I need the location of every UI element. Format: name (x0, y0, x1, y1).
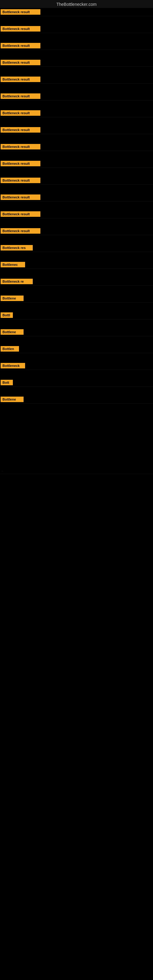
bottleneck-badge-17: Bottleneck re (1, 279, 33, 284)
bottleneck-item-14[interactable]: Bottleneck result (0, 227, 153, 235)
item-spacer-7 (0, 117, 153, 126)
item-spacer-16 (0, 269, 153, 277)
items-list: Bottleneck resultBottleneck resultBottle… (0, 8, 153, 412)
bottleneck-item-6[interactable]: Bottleneck result (0, 92, 153, 100)
spacer-3 (0, 449, 153, 467)
item-spacer-18 (0, 302, 153, 311)
spacer-8 (0, 547, 153, 566)
bottleneck-item-21[interactable]: Bottlen (0, 345, 153, 353)
item-spacer-1 (0, 16, 153, 25)
bottleneck-badge-11: Bottleneck result (1, 178, 40, 183)
bottleneck-item-24[interactable]: Bottlene (0, 395, 153, 404)
bottleneck-badge-24: Bottlene (1, 396, 24, 402)
item-spacer-23 (0, 387, 153, 395)
bottleneck-badge-16: Bottlenec (1, 262, 25, 267)
bottleneck-item-18[interactable]: Bottlene (0, 294, 153, 302)
spacer-5 (0, 492, 153, 511)
bottleneck-badge-5: Bottleneck result (1, 76, 40, 82)
bottleneck-badge-7: Bottleneck result (1, 110, 40, 116)
bottleneck-item-22[interactable]: Bottleneck (0, 362, 153, 370)
bottleneck-badge-18: Bottlene (1, 296, 24, 301)
bottleneck-badge-4: Bottleneck result (1, 60, 40, 65)
item-spacer-12 (0, 202, 153, 210)
bottleneck-badge-10: Bottleneck result (1, 161, 40, 166)
item-spacer-5 (0, 84, 153, 92)
footer-dot: ... (1, 469, 4, 473)
item-spacer-22 (0, 370, 153, 379)
bottleneck-item-5[interactable]: Bottleneck result (0, 75, 153, 84)
bottleneck-item-12[interactable]: Bottleneck result (0, 193, 153, 202)
bottleneck-badge-15: Bottleneck res (1, 245, 33, 250)
bottleneck-item-20[interactable]: Bottlene (0, 328, 153, 336)
bottleneck-item-15[interactable]: Bottleneck res (0, 244, 153, 252)
bottleneck-badge-2: Bottleneck result (1, 26, 40, 32)
item-spacer-20 (0, 336, 153, 345)
spacer-7 (0, 529, 153, 547)
bottleneck-item-9[interactable]: Bottleneck result (0, 143, 153, 151)
bottleneck-badge-19: Bottl (1, 312, 13, 318)
footer-item: ... (0, 467, 153, 474)
spacer-4 (0, 474, 153, 492)
bottleneck-badge-20: Bottlene (1, 329, 24, 335)
bottleneck-item-16[interactable]: Bottlenec (0, 261, 153, 269)
item-spacer-19 (0, 320, 153, 328)
spacer-1 (0, 412, 153, 431)
bottleneck-item-1[interactable]: Bottleneck result (0, 8, 153, 16)
bottleneck-badge-13: Bottleneck result (1, 211, 40, 217)
item-spacer-8 (0, 134, 153, 143)
site-header: TheBottlenecker.com (0, 0, 153, 8)
item-spacer-14 (0, 235, 153, 244)
item-spacer-13 (0, 218, 153, 227)
bottleneck-badge-9: Bottleneck result (1, 144, 40, 150)
item-spacer-4 (0, 67, 153, 75)
bottleneck-item-11[interactable]: Bottleneck result (0, 177, 153, 185)
bottleneck-item-10[interactable]: Bottleneck result (0, 159, 153, 168)
item-spacer-11 (0, 185, 153, 193)
item-spacer-9 (0, 151, 153, 159)
bottleneck-item-4[interactable]: Bottleneck result (0, 59, 153, 67)
bottleneck-badge-6: Bottleneck result (1, 94, 40, 99)
bottleneck-item-13[interactable]: Bottleneck result (0, 210, 153, 218)
item-spacer-6 (0, 100, 153, 109)
bottleneck-item-2[interactable]: Bottleneck result (0, 25, 153, 33)
item-spacer-3 (0, 50, 153, 59)
spacer-6 (0, 511, 153, 529)
bottleneck-badge-22: Bottleneck (1, 363, 25, 368)
item-spacer-21 (0, 353, 153, 362)
bottleneck-badge-23: Bott (1, 380, 13, 385)
item-spacer-24 (0, 404, 153, 412)
bottleneck-item-8[interactable]: Bottleneck result (0, 126, 153, 134)
bottleneck-item-17[interactable]: Bottleneck re (0, 277, 153, 286)
bottleneck-badge-3: Bottleneck result (1, 43, 40, 48)
bottleneck-badge-8: Bottleneck result (1, 127, 40, 133)
spacer-2 (0, 431, 153, 449)
item-spacer-15 (0, 252, 153, 261)
bottleneck-badge-21: Bottlen (1, 346, 19, 352)
bottleneck-badge-12: Bottleneck result (1, 194, 40, 200)
item-spacer-10 (0, 168, 153, 177)
item-spacer-17 (0, 286, 153, 294)
bottleneck-item-3[interactable]: Bottleneck result (0, 41, 153, 50)
bottleneck-item-7[interactable]: Bottleneck result (0, 109, 153, 117)
bottleneck-badge-14: Bottleneck result (1, 228, 40, 234)
bottleneck-item-19[interactable]: Bottl (0, 311, 153, 320)
site-title: TheBottlenecker.com (0, 0, 153, 8)
bottleneck-badge-1: Bottleneck result (1, 9, 40, 15)
item-spacer-2 (0, 33, 153, 41)
bottleneck-item-23[interactable]: Bott (0, 379, 153, 387)
